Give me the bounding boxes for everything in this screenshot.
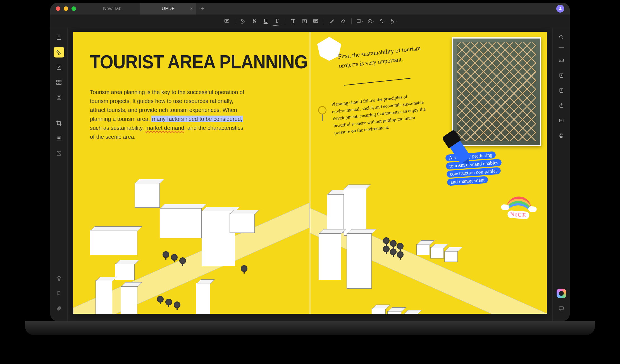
- squiggle-text[interactable]: market demand: [146, 125, 184, 131]
- svg-rect-15: [58, 96, 60, 97]
- sticker-tool-icon[interactable]: ▾: [388, 16, 398, 26]
- search-icon[interactable]: [556, 32, 567, 42]
- svg-rect-13: [59, 83, 61, 85]
- svg-rect-12: [56, 83, 58, 85]
- text-markup-tool-icon[interactable]: T: [272, 16, 282, 26]
- tab-label: UPDF: [162, 6, 175, 11]
- page-left[interactable]: TOURIST AREA PLANNING Tourism area plann…: [73, 32, 310, 314]
- window-controls: [56, 6, 76, 11]
- device-base: [25, 321, 595, 335]
- layers-icon[interactable]: [54, 273, 64, 284]
- user-avatar[interactable]: [556, 5, 564, 13]
- document-title: TOURIST AREA PLANNING: [90, 51, 307, 73]
- highlighted-text[interactable]: many factors need to be considered,: [151, 116, 243, 122]
- print-icon[interactable]: [556, 130, 567, 141]
- redact-tool-icon[interactable]: [54, 133, 64, 143]
- construction-photo[interactable]: [452, 37, 541, 146]
- crop-tool-icon[interactable]: [54, 118, 64, 128]
- svg-rect-26: [559, 119, 563, 122]
- titlebar: New Tab UPDF × +: [50, 3, 570, 15]
- svg-point-0: [559, 7, 561, 9]
- underline-tool-icon[interactable]: U: [261, 16, 270, 26]
- strikethrough-tool-icon[interactable]: S: [250, 16, 259, 26]
- textbox-tool-icon[interactable]: T: [300, 16, 309, 26]
- form-mode-icon[interactable]: [54, 92, 64, 103]
- edit-mode-icon[interactable]: [54, 62, 64, 73]
- signature-tool-icon[interactable]: ▾: [377, 16, 387, 26]
- page-right[interactable]: First, the sustainability of tourism pro…: [310, 32, 547, 314]
- svg-point-20: [559, 35, 562, 38]
- organize-mode-icon[interactable]: [54, 77, 64, 88]
- svg-rect-8: [57, 35, 61, 40]
- reader-mode-icon[interactable]: [54, 32, 64, 42]
- bookmarks-icon[interactable]: [54, 288, 64, 299]
- chat-icon[interactable]: [556, 303, 567, 314]
- sidebar-collapse-icon[interactable]: [559, 47, 564, 48]
- svg-rect-4: [314, 19, 318, 23]
- tab-strip: New Tab UPDF × +: [84, 3, 209, 15]
- svg-rect-18: [58, 138, 60, 139]
- body-text-segment: such as sustainability,: [90, 125, 146, 131]
- close-window-button[interactable]: [56, 6, 60, 11]
- attachments-icon[interactable]: [54, 303, 64, 314]
- document-body: Tourism area planning is the key to the …: [90, 88, 246, 141]
- tab-label: New Tab: [103, 6, 121, 11]
- ocr-tool-icon[interactable]: [54, 148, 64, 159]
- svg-rect-5: [357, 19, 360, 23]
- eraser-tool-icon[interactable]: [338, 16, 348, 26]
- ocr-export-icon[interactable]: OCR: [556, 55, 567, 66]
- right-sidebar: OCR: [552, 28, 570, 321]
- close-tab-icon[interactable]: ×: [190, 6, 193, 11]
- tab-new[interactable]: New Tab: [84, 3, 140, 15]
- illustration-city-left: [73, 157, 310, 314]
- share-icon[interactable]: [556, 100, 567, 111]
- annotation-toolbar: S U T T T ▾ ▾ ▾ ▾: [50, 15, 570, 28]
- highlight-tool-icon[interactable]: [239, 16, 248, 26]
- svg-rect-1: [225, 19, 229, 22]
- svg-text:T: T: [304, 20, 305, 23]
- illustration-city-right: [310, 180, 547, 314]
- svg-text:OCR: OCR: [559, 60, 563, 61]
- handwritten-note-1[interactable]: First, the sustainability of tourism pro…: [337, 43, 425, 70]
- shape-tool-icon[interactable]: ▾: [355, 16, 364, 26]
- minimize-window-button[interactable]: [64, 6, 68, 11]
- svg-rect-30: [559, 306, 563, 310]
- left-sidebar: [50, 28, 68, 321]
- maximize-window-button[interactable]: [71, 6, 76, 11]
- ai-assistant-icon[interactable]: [556, 288, 567, 299]
- page-spread: TOURIST AREA PLANNING Tourism area plann…: [73, 32, 547, 314]
- svg-rect-10: [56, 80, 58, 82]
- svg-rect-28: [560, 134, 562, 135]
- sticky-note-tool-icon[interactable]: [311, 16, 320, 26]
- svg-rect-16: [58, 98, 60, 99]
- text-tool-icon[interactable]: T: [288, 16, 298, 26]
- export-icon[interactable]: [556, 85, 567, 96]
- handwritten-note-2[interactable]: Planning should follow the principles of…: [331, 91, 429, 136]
- svg-rect-11: [59, 80, 61, 82]
- document-canvas[interactable]: TOURIST AREA PLANNING Tourism area plann…: [68, 28, 552, 321]
- svg-point-7: [380, 19, 382, 21]
- annotate-mode-icon[interactable]: [54, 47, 64, 58]
- email-icon[interactable]: [556, 115, 567, 126]
- tab-active[interactable]: UPDF ×: [140, 3, 196, 15]
- comment-tool-icon[interactable]: [222, 16, 232, 26]
- pushpin-sticker[interactable]: [318, 106, 328, 120]
- pencil-tool-icon[interactable]: [327, 16, 337, 26]
- stamp-tool-icon[interactable]: ▾: [366, 16, 376, 26]
- new-tab-button[interactable]: +: [196, 5, 209, 12]
- convert-icon[interactable]: [556, 70, 567, 81]
- svg-rect-14: [57, 95, 61, 100]
